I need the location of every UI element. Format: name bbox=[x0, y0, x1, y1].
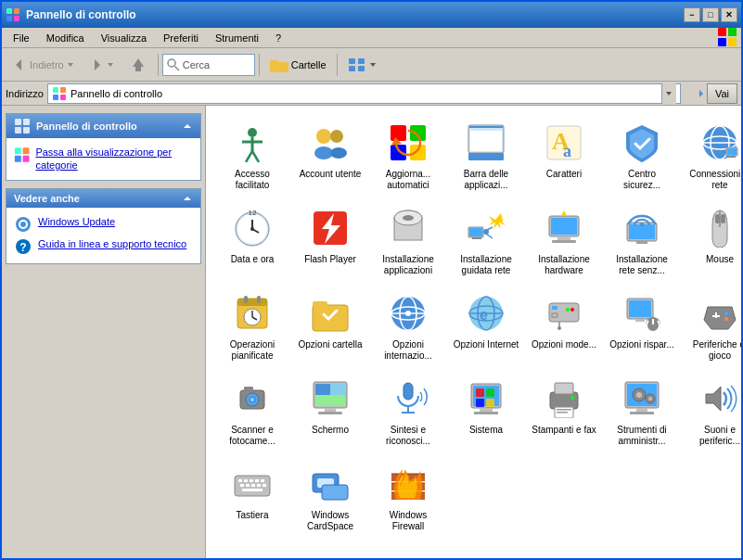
icon-cardspace[interactable]: Windows CardSpace bbox=[293, 456, 367, 538]
windows-update-link[interactable]: Windows Update bbox=[14, 213, 193, 235]
maximize-button[interactable]: □ bbox=[702, 7, 719, 22]
icon-schermo[interactable]: Schermo bbox=[293, 371, 367, 452]
icon-opzioni-risparmio[interactable]: Opzioni rispar... bbox=[605, 286, 679, 367]
categoria-icon bbox=[14, 146, 30, 164]
icon-label-internet: Opzioni Internet bbox=[454, 339, 519, 350]
icon-install-wireless[interactable]: Installazione rete senz... bbox=[605, 200, 679, 282]
icon-opzioni-internet[interactable]: e Opzioni Internet bbox=[449, 286, 523, 367]
svg-rect-29 bbox=[15, 119, 21, 125]
svg-rect-20 bbox=[349, 66, 355, 71]
svg-point-83 bbox=[403, 215, 414, 221]
icon-label-risparmio: Opzioni rispar... bbox=[609, 339, 673, 350]
svg-rect-157 bbox=[486, 388, 494, 397]
sidebar-section-vedere-header[interactable]: Vedere anche bbox=[6, 189, 200, 208]
title-bar-controls: − □ ✕ bbox=[684, 7, 737, 22]
svg-rect-102 bbox=[721, 214, 725, 223]
icon-installazione-app[interactable]: Installazione applicazioni bbox=[371, 200, 445, 282]
sidebar-section-pannello: Pannello di controllo Passa bbox=[6, 113, 201, 181]
icon-centro-sicurezza[interactable]: Centro sicurez... bbox=[605, 115, 679, 197]
icon-flash-player[interactable]: Flash Player bbox=[293, 200, 367, 282]
icon-opzioni-modem[interactable]: Opzioni mode... bbox=[527, 286, 601, 367]
svg-rect-176 bbox=[238, 479, 242, 482]
svg-rect-5 bbox=[728, 28, 737, 36]
icon-account-utente[interactable]: Account utente bbox=[293, 115, 367, 197]
icon-opzioni-cartella[interactable]: Opzioni cartella bbox=[293, 286, 367, 367]
svg-rect-70 bbox=[728, 156, 736, 158]
svg-point-52 bbox=[330, 147, 347, 159]
icon-install-rete[interactable]: Installazione guidata rete bbox=[449, 200, 523, 282]
svg-rect-149 bbox=[404, 383, 413, 400]
svg-point-135 bbox=[724, 312, 728, 315]
icon-opzioni-internazionali[interactable]: Opzioni internazio... bbox=[371, 286, 445, 367]
go-button[interactable]: Vai bbox=[707, 83, 737, 104]
sidebar: Pannello di controllo Passa bbox=[2, 106, 206, 558]
svg-marker-11 bbox=[108, 63, 113, 67]
forward-icon bbox=[89, 57, 104, 72]
icon-caratteri[interactable]: A a Caratteri bbox=[527, 115, 601, 197]
menu-preferiti[interactable]: Preferiti bbox=[156, 31, 206, 45]
icon-mouse[interactable]: Mouse bbox=[683, 200, 741, 282]
go-arrow-icon bbox=[686, 85, 703, 102]
menu-help[interactable]: ? bbox=[268, 31, 288, 45]
menu-modifica[interactable]: Modifica bbox=[39, 31, 92, 45]
categoria-label: Passa alla visualizzazione per categorie bbox=[35, 146, 193, 172]
search-box[interactable]: Cerca bbox=[162, 54, 255, 76]
view-button[interactable] bbox=[341, 52, 383, 78]
icon-label-account: Account utente bbox=[300, 169, 362, 180]
icon-sistema[interactable]: Sistema bbox=[449, 371, 523, 452]
icon-install-hardware[interactable]: Installazione hardware bbox=[527, 200, 601, 282]
forward-button[interactable] bbox=[83, 52, 121, 78]
svg-point-165 bbox=[570, 396, 574, 400]
menu-strumenti[interactable]: Strumenti bbox=[208, 31, 266, 45]
icon-data-ora[interactable]: 12 Data e ora bbox=[215, 200, 289, 282]
icon-connessioni-rete[interactable]: Connessioni di rete bbox=[683, 115, 741, 197]
cp-section-icon bbox=[14, 118, 31, 134]
close-button[interactable]: ✕ bbox=[721, 7, 737, 22]
icon-barra-app[interactable]: Barra delle applicazi... bbox=[449, 115, 523, 197]
svg-rect-13 bbox=[135, 67, 141, 71]
address-input[interactable] bbox=[70, 88, 661, 99]
icon-aggiornamenti[interactable]: Aggiorna... automatici bbox=[371, 115, 445, 197]
search-icon bbox=[167, 58, 180, 71]
up-icon bbox=[129, 56, 147, 74]
icon-label-sistema: Sistema bbox=[469, 425, 503, 436]
icon-label-modem: Opzioni mode... bbox=[532, 339, 596, 350]
icon-sintesi[interactable]: Sintesi e riconosci... bbox=[371, 371, 445, 452]
sidebar-section-pannello-header[interactable]: Pannello di controllo bbox=[6, 114, 200, 138]
svg-point-14 bbox=[168, 59, 175, 67]
toolbar-separator-3 bbox=[337, 54, 338, 76]
icon-accesso-facilitato[interactable]: Accesso facilitato bbox=[215, 115, 289, 197]
icon-suoni[interactable]: Suoni e periferic... bbox=[683, 371, 741, 452]
icon-periferiche-gioco[interactable]: Periferiche di gioco bbox=[683, 286, 741, 367]
categoria-link[interactable]: Passa alla visualizzazione per categorie bbox=[14, 144, 193, 174]
menu-file[interactable]: File bbox=[6, 31, 37, 45]
menu-bar: File Modifica Visualizza Preferiti Strum… bbox=[2, 28, 741, 48]
icon-label-install-wireless: Installazione rete senz... bbox=[608, 254, 675, 276]
svg-rect-34 bbox=[15, 147, 21, 154]
svg-rect-71 bbox=[727, 148, 737, 155]
icon-firewall[interactable]: Windows Firewall bbox=[371, 456, 445, 538]
svg-rect-3 bbox=[14, 16, 19, 21]
address-dropdown-button[interactable] bbox=[661, 83, 676, 104]
svg-rect-55 bbox=[391, 145, 406, 160]
icon-tastiera[interactable]: Tastiera bbox=[215, 456, 289, 538]
menu-visualizza[interactable]: Visualizza bbox=[94, 31, 154, 45]
up-button[interactable] bbox=[122, 52, 154, 78]
sidebar-section-pannello-content: Passa alla visualizzazione per categorie bbox=[6, 138, 200, 180]
icon-label-tastiera: Tastiera bbox=[236, 510, 268, 521]
icon-label-sicurezza: Centro sicurez... bbox=[608, 169, 675, 191]
icon-scanner[interactable]: Scanner e fotocame... bbox=[215, 371, 289, 452]
svg-rect-85 bbox=[469, 228, 482, 236]
collapse-icon bbox=[182, 121, 193, 132]
icon-label-install-hw: Installazione hardware bbox=[531, 254, 597, 276]
guida-link[interactable]: ? Guida in linea e supporto tecnico bbox=[14, 235, 193, 258]
back-button[interactable]: Indietro bbox=[6, 52, 81, 78]
svg-rect-146 bbox=[315, 395, 345, 406]
window-icon bbox=[6, 7, 20, 22]
folders-button[interactable]: Cartelle bbox=[263, 52, 333, 78]
icon-stampanti[interactable]: Stampanti e fax bbox=[527, 371, 601, 452]
icon-strumenti-amm[interactable]: Strumenti di amministr... bbox=[605, 371, 679, 452]
icon-operazioni-pianificate[interactable]: Operazioni pianificate bbox=[215, 286, 289, 367]
minimize-button[interactable]: − bbox=[684, 7, 700, 22]
svg-rect-160 bbox=[550, 392, 578, 409]
